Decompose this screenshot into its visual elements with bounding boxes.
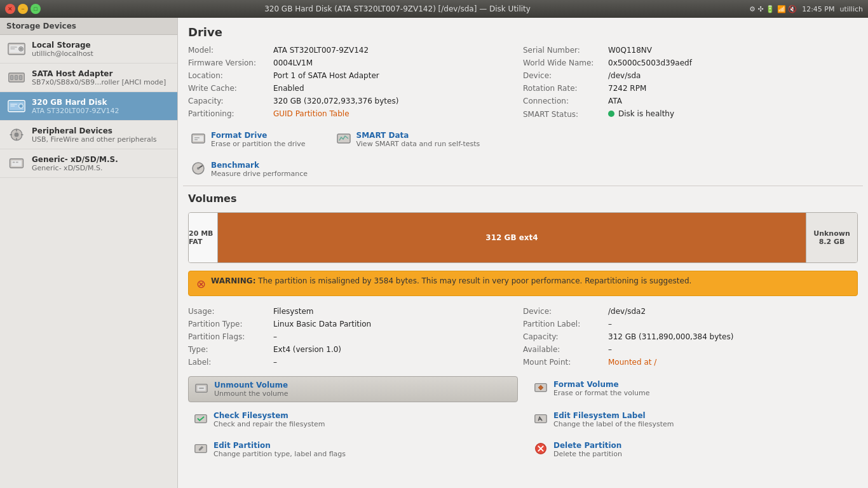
svg-rect-9 [19, 76, 22, 80]
vol-available-value: – [608, 345, 612, 354]
edit-partition-desc: Change partition type, label and flags [214, 450, 346, 458]
vol-mountpoint-label: Mount Point: [523, 358, 606, 367]
drive-device-value: /dev/sda [608, 71, 641, 80]
titlebar: ✕ − □ 320 GB Hard Disk (ATA ST320LT007-9… [0, 0, 868, 18]
unmount-desc: Unmount the volume [214, 390, 288, 398]
drive-model-value: ATA ST320LT007-9ZV142 [273, 46, 369, 55]
vol-partition-type-row: Partition Type: Linux Basic Data Partiti… [188, 318, 523, 330]
local-storage-icon [6, 39, 27, 59]
sidebar-item-peripheral[interactable]: Peripheral Devices USB, FireWire and oth… [0, 121, 177, 149]
drive-partitioning-label: Partitioning: [188, 109, 271, 118]
peripheral-name: Peripheral Devices [32, 126, 157, 135]
drive-writecache-value: Enabled [273, 84, 304, 93]
drive-info-grid: Model: ATA ST320LT007-9ZV142 Firmware Ve… [178, 44, 868, 126]
svg-point-17 [15, 133, 19, 137]
benchmark-action[interactable]: Benchmark Measure drive performance [188, 158, 310, 180]
maximize-button[interactable]: □ [31, 4, 41, 14]
drive-info-left: Model: ATA ST320LT007-9ZV142 Firmware Ve… [188, 44, 523, 121]
sidebar-header: Storage Devices [0, 18, 177, 35]
window-controls: ✕ − □ [5, 4, 41, 14]
benchmark-actions-row: Benchmark Measure drive performance [178, 158, 868, 186]
svg-point-3 [20, 48, 22, 50]
svg-rect-21 [21, 134, 24, 135]
drive-wwn-value: 0x5000c5003d39aedf [608, 58, 692, 67]
check-fs-text: Check Filesystem Check and repair the fi… [214, 411, 325, 428]
sata-text: SATA Host Adapter SB7x0/SB8x0/SB9...roll… [32, 69, 166, 86]
edit-label-desc: Change the label of the filesystem [553, 420, 674, 428]
drive-location-value: Port 1 of SATA Host Adapter [273, 71, 379, 80]
local-storage-name: Local Storage [32, 41, 93, 50]
edit-label-action[interactable]: Edit Filesystem Label Change the label o… [528, 407, 858, 432]
vol-usage-value: Filesystem [273, 307, 313, 316]
sidebar-item-xd[interactable]: Generic- xD/SD/M.S. Generic- xD/SD/M.S. [0, 149, 177, 178]
svg-rect-15 [10, 105, 15, 106]
partition-fat-label: 20 MB FAT [189, 229, 217, 246]
benchmark-label: Benchmark [211, 161, 308, 170]
format-drive-desc: Erase or partition the drive [211, 140, 306, 148]
partition-ext4[interactable]: 312 GB ext4 [218, 213, 806, 262]
sidebar-item-sata[interactable]: SATA Host Adapter SB7x0/SB8x0/SB9...roll… [0, 64, 177, 92]
xd-sub: Generic- xD/SD/M.S. [32, 164, 118, 172]
volume-info-grid: Usage: Filesystem Partition Type: Linux … [178, 302, 868, 374]
svg-rect-27 [193, 136, 203, 141]
format-drive-action[interactable]: Format Drive Erase or partition the driv… [188, 128, 308, 151]
partition-unknown-label: Unknown [813, 229, 850, 238]
vol-usage-label: Usage: [188, 307, 271, 316]
vol-type-row: Type: Ext4 (version 1.0) [188, 343, 523, 356]
benchmark-icon [191, 161, 206, 176]
sata-name: SATA Host Adapter [32, 69, 166, 78]
peripheral-icon [6, 125, 27, 145]
hard-disk-sub: ATA ST320LT007-9ZV142 [32, 107, 119, 115]
drive-info-right: Serial Number: W0Q118NV World Wide Name:… [523, 44, 858, 121]
format-drive-label: Format Drive [211, 131, 306, 140]
delete-partition-text: Delete Partition Delete the partition [553, 441, 622, 458]
partition-fat[interactable]: 20 MB FAT [189, 213, 218, 262]
svg-rect-14 [10, 104, 17, 105]
window-title: 320 GB Hard Disk (ATA ST320LT007-9ZV142)… [46, 4, 749, 13]
smart-data-icon [336, 131, 351, 146]
unmount-volume-action[interactable]: Unmount Volume Unmount the volume [188, 376, 518, 402]
delete-partition-action[interactable]: Delete Partition Delete the partition [528, 437, 858, 462]
smart-data-action[interactable]: SMART Data View SMART data and run self-… [334, 128, 483, 151]
drive-writecache-row: Write Cache: Enabled [188, 82, 523, 95]
svg-rect-5 [10, 48, 15, 49]
edit-label-label: Edit Filesystem Label [553, 411, 674, 420]
minimize-button[interactable]: − [18, 4, 28, 14]
vol-label-value: – [273, 358, 277, 367]
app-body: Storage Devices Local Storage utillich@l… [0, 18, 868, 488]
unmount-icon [194, 381, 209, 396]
health-status-text: Disk is healthy [618, 109, 674, 118]
system-tray: ⚙ ✣ 🔋 📶 🔇 12:45 PM utillich [749, 5, 863, 13]
svg-rect-29 [194, 139, 198, 140]
unmount-text: Unmount Volume Unmount the volume [214, 381, 288, 398]
vol-mountpoint-value[interactable]: Mounted at / [608, 358, 656, 367]
check-fs-label: Check Filesystem [214, 411, 325, 420]
svg-rect-28 [194, 137, 200, 139]
check-filesystem-action[interactable]: Check Filesystem Check and repair the fi… [188, 407, 518, 432]
format-volume-action[interactable]: Format Volume Erase or format the volume [528, 376, 858, 402]
drive-rotation-label: Rotation Rate: [523, 84, 606, 93]
vol-partition-label-label: Partition Label: [523, 320, 606, 329]
volume-info-left: Usage: Filesystem Partition Type: Linux … [188, 305, 523, 369]
check-fs-desc: Check and repair the filesystem [214, 420, 325, 428]
edit-partition-action[interactable]: Edit Partition Change partition type, la… [188, 437, 518, 462]
svg-point-32 [197, 167, 200, 170]
delete-partition-icon [533, 441, 548, 456]
local-storage-text: Local Storage utillich@localhost [32, 41, 93, 58]
volumes-section-title: Volumes [178, 186, 868, 210]
sidebar-item-hard-disk[interactable]: 320 GB Hard Disk ATA ST320LT007-9ZV142 [0, 92, 177, 121]
vol-partition-label-value: – [608, 320, 612, 329]
svg-rect-18 [16, 129, 17, 132]
drive-model-row: Model: ATA ST320LT007-9ZV142 [188, 44, 523, 57]
clock: 12:45 PM [802, 5, 834, 13]
partition-unknown[interactable]: Unknown 8.2 GB [806, 213, 857, 262]
vol-label-label: Label: [188, 358, 271, 367]
drive-serial-value: W0Q118NV [608, 46, 652, 55]
close-button[interactable]: ✕ [5, 4, 15, 14]
sidebar-item-local-storage[interactable]: Local Storage utillich@localhost [0, 35, 177, 64]
drive-writecache-label: Write Cache: [188, 84, 271, 93]
drive-partitioning-value[interactable]: GUID Partition Table [273, 109, 349, 118]
benchmark-desc: Measure drive performance [211, 170, 308, 178]
vol-available-label: Available: [523, 345, 606, 354]
drive-smart-label: SMART Status: [523, 110, 606, 119]
